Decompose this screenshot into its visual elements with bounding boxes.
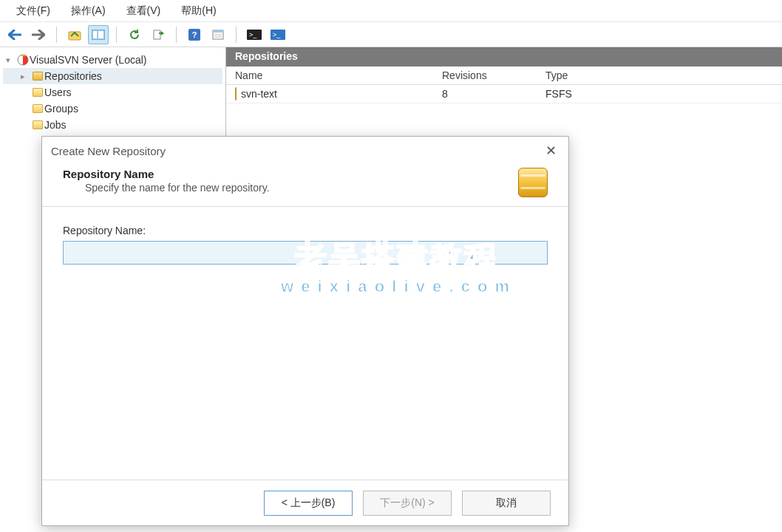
- menu-bar: 文件(F) 操作(A) 查看(V) 帮助(H): [0, 0, 782, 22]
- cell-rev: 8: [442, 88, 545, 100]
- folder-icon: [31, 102, 44, 115]
- refresh-button[interactable]: [124, 25, 145, 44]
- up-level-button[interactable]: [64, 25, 85, 44]
- svg-text:?: ?: [192, 30, 197, 39]
- repo-icon: [235, 88, 237, 100]
- svg-rect-4: [154, 30, 160, 39]
- col-type-header[interactable]: Type: [545, 69, 664, 81]
- dialog-button-bar: < 上一步(B) 下一步(N) > 取消: [42, 480, 568, 525]
- cell-name: svn-text: [241, 88, 277, 100]
- folder-icon: [31, 118, 44, 132]
- svg-rect-2: [93, 31, 97, 38]
- cell-type: FSFS: [545, 88, 664, 100]
- col-name-header[interactable]: Name: [235, 69, 442, 81]
- tree-item-label: Groups: [44, 103, 78, 115]
- dialog-header-subtitle: Specify the name for the new repository.: [63, 180, 518, 194]
- tree-item-groups[interactable]: Groups: [3, 100, 222, 117]
- dialog-title: Create New Repository: [51, 145, 166, 157]
- create-repo-dialog: Create New Repository ✕ Repository Name …: [41, 136, 569, 526]
- powershell-icon: >_: [271, 30, 285, 40]
- repo-name-label: Repository Name:: [63, 225, 548, 236]
- tree-pane-icon: [92, 30, 105, 40]
- list-row[interactable]: svn-text 8 FSFS: [226, 85, 782, 103]
- col-rev-header[interactable]: Revisions: [442, 69, 545, 81]
- tree-item-repositories[interactable]: ▸ Repositories: [3, 68, 222, 84]
- repo-folder-icon: [31, 69, 44, 83]
- export-icon: [152, 29, 164, 41]
- tree-pane[interactable]: ▾ VisualSVN Server (Local) ▸ Repositorie…: [0, 47, 226, 151]
- export-button[interactable]: [148, 25, 169, 44]
- help-button[interactable]: ?: [184, 25, 205, 44]
- svg-text:>_: >_: [249, 31, 257, 38]
- close-button[interactable]: ✕: [542, 143, 560, 159]
- menu-file[interactable]: 文件(F): [6, 1, 61, 21]
- svg-rect-8: [213, 30, 223, 33]
- tree-root[interactable]: ▾ VisualSVN Server (Local): [3, 52, 222, 68]
- arrow-right-icon: [32, 30, 45, 40]
- list-header: Name Revisions Type: [226, 66, 782, 85]
- folder-icon: [31, 86, 44, 99]
- refresh-icon: [129, 29, 140, 41]
- toolbar-separator: [116, 27, 117, 43]
- console-button[interactable]: >_: [244, 25, 265, 44]
- repo-name-input[interactable]: [63, 241, 548, 265]
- dialog-header: Repository Name Specify the name for the…: [42, 165, 568, 207]
- cancel-button[interactable]: 取消: [462, 491, 551, 516]
- menu-help[interactable]: 帮助(H): [171, 1, 226, 21]
- properties-button[interactable]: [208, 25, 228, 44]
- menu-action[interactable]: 操作(A): [61, 1, 116, 21]
- show-tree-button[interactable]: [88, 25, 109, 44]
- server-icon: [16, 53, 30, 66]
- toolbar-separator: [236, 27, 237, 43]
- tree-root-label: VisualSVN Server (Local): [30, 54, 146, 66]
- repository-icon: [518, 168, 548, 197]
- console-icon: >_: [247, 30, 262, 40]
- toolbar-separator: [176, 27, 177, 43]
- svg-text:>_: >_: [273, 31, 281, 38]
- tree-item-label: Repositories: [44, 70, 102, 82]
- toolbar: ? >_ >_: [0, 22, 782, 47]
- svg-rect-3: [98, 31, 103, 38]
- tree-item-users[interactable]: Users: [3, 84, 222, 100]
- close-icon: ✕: [545, 143, 557, 158]
- dialog-body: Repository Name:: [42, 207, 568, 480]
- dialog-titlebar[interactable]: Create New Repository ✕: [42, 137, 568, 165]
- main-panes: ▾ VisualSVN Server (Local) ▸ Repositorie…: [0, 47, 782, 151]
- list-title: Repositories: [226, 47, 782, 66]
- tree-item-jobs[interactable]: Jobs: [3, 117, 222, 133]
- tree-item-label: Jobs: [44, 119, 67, 131]
- powershell-button[interactable]: >_: [268, 25, 288, 44]
- toolbar-separator: [56, 27, 57, 43]
- nav-forward-button[interactable]: [28, 25, 49, 44]
- folder-up-icon: [68, 29, 81, 41]
- arrow-left-icon: [8, 30, 21, 40]
- back-button[interactable]: < 上一步(B): [264, 491, 353, 516]
- list-pane: Repositories Name Revisions Type svn-tex…: [226, 47, 782, 151]
- next-button[interactable]: 下一步(N) >: [363, 491, 452, 516]
- tree-item-label: Users: [44, 86, 72, 98]
- properties-icon: [212, 29, 224, 41]
- nav-back-button[interactable]: [4, 25, 25, 44]
- dialog-header-title: Repository Name: [63, 168, 518, 180]
- expand-icon[interactable]: ▾: [6, 55, 16, 65]
- expand-icon[interactable]: ▸: [21, 72, 31, 81]
- help-icon: ?: [188, 29, 200, 41]
- menu-view[interactable]: 查看(V): [116, 1, 171, 21]
